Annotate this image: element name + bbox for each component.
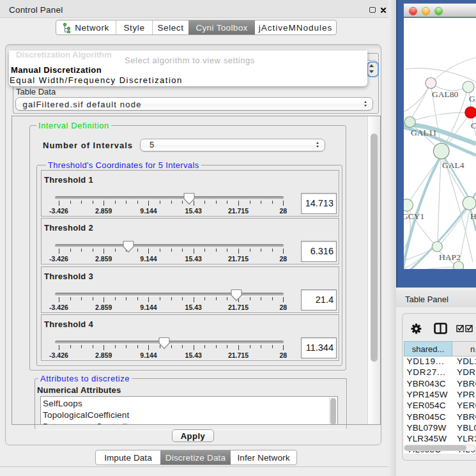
svg-text:GAL80: GAL80 <box>432 89 458 99</box>
svg-text:GA: GA <box>469 94 476 104</box>
svg-text:H: H <box>470 211 476 221</box>
svg-text:GCY1: GCY1 <box>404 211 424 221</box>
svg-text:HAP2: HAP2 <box>439 252 461 262</box>
svg-text:GAL11: GAL11 <box>411 128 437 137</box>
svg-text:GAL4: GAL4 <box>442 160 464 170</box>
svg-text:C: C <box>471 121 476 130</box>
